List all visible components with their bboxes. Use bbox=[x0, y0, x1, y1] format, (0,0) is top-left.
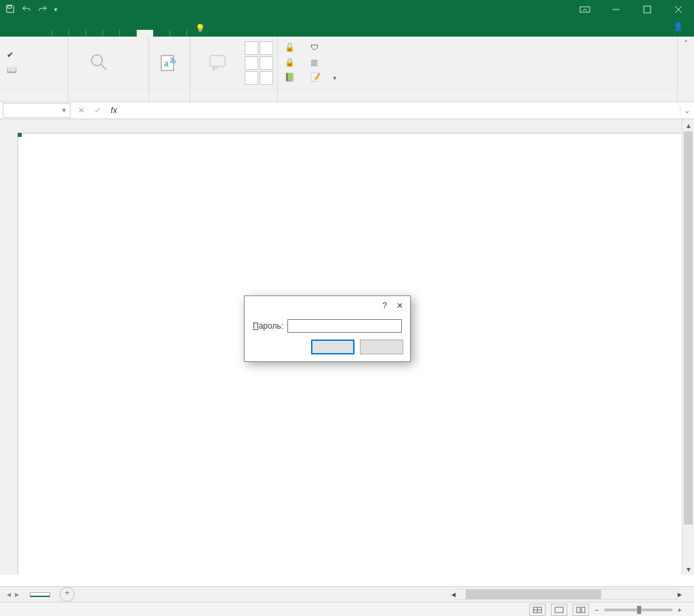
group-language-label bbox=[149, 89, 190, 102]
zoom-slider-thumb[interactable] bbox=[637, 606, 641, 614]
tab-file[interactable] bbox=[0, 30, 52, 37]
ok-button[interactable] bbox=[311, 340, 354, 354]
password-input[interactable] bbox=[287, 319, 402, 333]
fill-handle[interactable] bbox=[18, 133, 22, 137]
scroll-right-button[interactable]: ▸ bbox=[678, 590, 682, 599]
maximize-button[interactable] bbox=[632, 0, 663, 19]
selection-outline bbox=[18, 133, 20, 136]
group-insights-label bbox=[68, 89, 148, 102]
svg-rect-0 bbox=[8, 5, 12, 8]
title-bar: ▾ bbox=[0, 0, 694, 19]
column-headers[interactable] bbox=[18, 119, 682, 134]
new-comment-button[interactable] bbox=[195, 52, 242, 75]
share-workbook-button[interactable]: 📗 bbox=[282, 71, 302, 85]
zoom-slider[interactable] bbox=[605, 609, 672, 611]
zoom-in-button[interactable]: + bbox=[678, 606, 682, 614]
tab-review[interactable] bbox=[137, 30, 153, 37]
vertical-scroll-thumb[interactable] bbox=[684, 131, 693, 525]
collapse-ribbon-button[interactable]: ˄ bbox=[678, 37, 694, 102]
sheet-next-icon[interactable]: ▸ bbox=[15, 590, 19, 599]
thesaurus-button[interactable]: 📖 bbox=[4, 64, 24, 77]
tab-page-layout[interactable] bbox=[86, 30, 103, 37]
dialog-help-button[interactable]: ? bbox=[382, 301, 387, 310]
svg-text:あ: あ bbox=[169, 56, 176, 64]
show-comment-button[interactable] bbox=[260, 41, 273, 55]
svg-rect-15 bbox=[581, 607, 585, 613]
svg-point-4 bbox=[91, 55, 102, 66]
horizontal-scrollbar[interactable]: ◂ ▸ bbox=[451, 590, 682, 599]
lock-icon: 🔒 bbox=[285, 58, 295, 68]
unlock-icon: 🔓 bbox=[285, 43, 295, 54]
scroll-down-button[interactable]: ▾ bbox=[682, 563, 694, 575]
track-changes-icon: 📝 bbox=[310, 73, 321, 83]
svg-line-5 bbox=[101, 64, 106, 70]
allow-ranges-button: ▦ bbox=[308, 56, 340, 70]
sheet-nav[interactable]: ◂▸ bbox=[0, 590, 26, 599]
svg-rect-9 bbox=[210, 56, 225, 66]
share-workbook-icon: 📗 bbox=[285, 73, 295, 83]
group-comments-label bbox=[190, 89, 277, 102]
row-headers[interactable] bbox=[0, 133, 18, 575]
unprotect-sheet-button[interactable]: 🔓 bbox=[282, 41, 302, 55]
show-all-comments-button[interactable] bbox=[260, 56, 273, 70]
delete-comment-button[interactable] bbox=[245, 41, 258, 55]
ribbon-tabs: 💡 👤 bbox=[0, 19, 694, 37]
spelling-button[interactable]: ✔ bbox=[4, 49, 24, 62]
smart-lookup-button[interactable] bbox=[73, 52, 125, 75]
expand-formula-bar-button[interactable]: ⌄ bbox=[680, 106, 694, 115]
track-changes-button[interactable]: 📝▼ bbox=[308, 71, 340, 85]
thesaurus-icon: 📖 bbox=[7, 65, 18, 76]
unprotect-sheet-dialog: ? ✕ Пароль: bbox=[244, 295, 411, 362]
tab-data[interactable] bbox=[120, 30, 137, 37]
tab-view[interactable] bbox=[153, 30, 170, 37]
select-all-corner[interactable] bbox=[0, 119, 18, 134]
save-icon[interactable] bbox=[5, 4, 15, 16]
tab-insert[interactable] bbox=[69, 30, 86, 37]
tab-tell-me[interactable]: 💡 bbox=[187, 20, 218, 37]
comment-tools bbox=[245, 41, 273, 85]
prev-comment-button[interactable] bbox=[245, 56, 258, 70]
sheet-prev-icon[interactable]: ◂ bbox=[7, 590, 11, 599]
enter-formula-button[interactable]: ✓ bbox=[89, 106, 106, 115]
vertical-scrollbar[interactable]: ▴ ▾ bbox=[682, 119, 694, 575]
page-layout-view-button[interactable] bbox=[551, 604, 567, 616]
page-break-view-button[interactable] bbox=[573, 604, 589, 616]
dialog-close-button[interactable]: ✕ bbox=[396, 301, 403, 310]
name-box[interactable]: ▼ bbox=[3, 103, 70, 118]
scroll-up-button[interactable]: ▴ bbox=[682, 119, 694, 131]
cancel-button[interactable] bbox=[360, 340, 403, 354]
next-comment-button[interactable] bbox=[245, 71, 258, 85]
chevron-down-icon[interactable]: ▼ bbox=[61, 107, 67, 114]
cancel-formula-button[interactable]: ✕ bbox=[73, 106, 89, 115]
tab-home[interactable] bbox=[52, 30, 69, 37]
svg-rect-13 bbox=[555, 607, 563, 613]
group-proofing-label bbox=[0, 89, 68, 102]
horizontal-scroll-thumb[interactable] bbox=[466, 590, 601, 599]
undo-icon[interactable] bbox=[22, 4, 31, 16]
search-icon bbox=[88, 52, 110, 73]
tab-developer[interactable] bbox=[170, 30, 187, 37]
protect-share-icon: 🛡 bbox=[310, 43, 321, 54]
translate-button[interactable]: aあ bbox=[153, 52, 186, 75]
fx-button[interactable]: fx bbox=[106, 106, 122, 115]
normal-view-button[interactable] bbox=[529, 604, 546, 616]
qat-dropdown-icon[interactable]: ▾ bbox=[54, 6, 58, 13]
svg-text:a: a bbox=[164, 59, 169, 68]
minimize-button[interactable] bbox=[600, 0, 632, 19]
share-button[interactable]: 👤 bbox=[673, 22, 687, 31]
sheet-tab[interactable] bbox=[30, 592, 50, 597]
show-ink-button[interactable] bbox=[260, 71, 273, 85]
add-sheet-button[interactable]: + bbox=[60, 587, 75, 602]
zoom-out-button[interactable]: − bbox=[594, 606, 598, 614]
formula-bar: ▼ ✕ ✓ fx ⌄ bbox=[0, 102, 694, 119]
close-button[interactable] bbox=[663, 0, 694, 19]
spellcheck-icon: ✔ bbox=[7, 50, 18, 61]
redo-icon[interactable] bbox=[38, 4, 47, 16]
password-label: Пароль: bbox=[253, 321, 283, 331]
allow-ranges-icon: ▦ bbox=[310, 58, 321, 68]
tab-formulas[interactable] bbox=[103, 30, 120, 37]
ribbon-options-icon[interactable] bbox=[569, 0, 600, 19]
protect-share-button[interactable]: 🛡 bbox=[308, 41, 340, 55]
protect-workbook-button[interactable]: 🔒 bbox=[282, 56, 302, 70]
svg-rect-1 bbox=[580, 7, 590, 12]
